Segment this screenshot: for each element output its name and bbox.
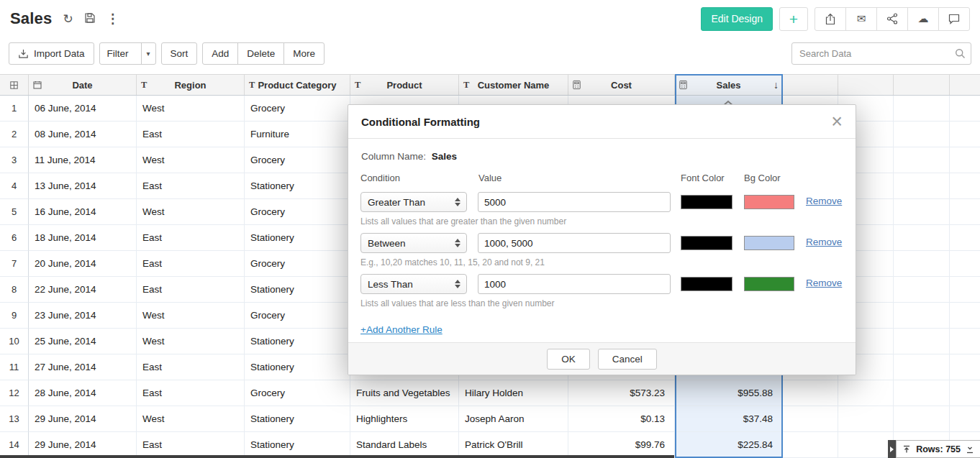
cell-region[interactable]: West (137, 406, 245, 432)
cell-category[interactable]: Stationery (245, 406, 350, 432)
cell-empty[interactable] (894, 380, 950, 406)
bottom-scroll-strip[interactable] (0, 455, 674, 458)
panel-expand-nub[interactable] (888, 440, 896, 458)
add-new-button[interactable]: + (779, 7, 808, 31)
cell-num[interactable]: 13 (0, 406, 29, 432)
scroll-to-top-icon[interactable] (902, 445, 911, 454)
cell-num[interactable]: 10 (0, 329, 29, 354)
cell-empty[interactable] (950, 329, 980, 354)
cell-empty[interactable] (783, 432, 838, 458)
cell-num[interactable]: 12 (0, 380, 29, 406)
cell-empty[interactable] (894, 251, 950, 277)
close-icon[interactable]: × (831, 114, 843, 129)
add-another-rule-link[interactable]: +Add Another Rule (360, 324, 443, 335)
column-header-region[interactable]: T Region (137, 75, 245, 95)
cell-num[interactable]: 9 (0, 303, 29, 329)
cell-empty[interactable] (894, 173, 950, 199)
cell-num[interactable]: 14 (0, 432, 29, 458)
cell-num[interactable]: 11 (0, 354, 29, 380)
cell-empty[interactable] (894, 147, 950, 173)
value-input[interactable] (478, 233, 671, 253)
cell-cost[interactable]: $99.76 (568, 432, 675, 458)
sort-desc-icon[interactable]: ↓ (773, 79, 779, 91)
cell-category[interactable]: Stationery (245, 277, 350, 303)
delete-button[interactable]: Delete (237, 42, 284, 65)
cell-empty[interactable] (950, 147, 980, 173)
cell-empty[interactable] (950, 173, 980, 199)
value-input[interactable] (478, 274, 671, 294)
cell-empty[interactable] (783, 406, 838, 432)
cell-empty[interactable] (838, 406, 894, 432)
cell-empty[interactable] (894, 96, 950, 122)
cell-region[interactable]: West (137, 199, 245, 225)
cell-region[interactable]: West (137, 329, 245, 354)
cell-region[interactable]: East (137, 225, 245, 251)
cell-date[interactable]: 06 June, 2014 (29, 96, 137, 122)
cell-date[interactable]: 27 June, 2014 (29, 354, 137, 380)
cell-date[interactable]: 29 June, 2014 (29, 432, 137, 458)
column-header-product-category[interactable]: T Product Category (245, 75, 350, 95)
cell-empty[interactable] (894, 354, 950, 380)
more-options-kebab-icon[interactable]: ⋮ (106, 12, 119, 25)
cell-region[interactable]: East (137, 354, 245, 380)
cell-customer[interactable]: Patrick O'Brill (459, 432, 568, 458)
bg-color-swatch[interactable] (744, 236, 794, 250)
cell-region[interactable]: West (137, 303, 245, 329)
cell-empty[interactable] (894, 199, 950, 225)
cell-category[interactable]: Furniture (245, 122, 350, 147)
cell-cost[interactable]: $0.13 (568, 406, 675, 432)
cell-product[interactable]: Standard Labels (350, 432, 459, 458)
cell-region[interactable]: East (137, 277, 245, 303)
cell-empty[interactable] (950, 303, 980, 329)
cell-category[interactable]: Grocery (245, 380, 350, 406)
cell-category[interactable]: Grocery (245, 96, 350, 122)
cell-category[interactable]: Grocery (245, 303, 350, 329)
edit-design-button[interactable]: Edit Design (701, 7, 773, 31)
condition-select[interactable]: Between (360, 233, 467, 253)
cell-num[interactable]: 8 (0, 277, 29, 303)
cell-date[interactable]: 28 June, 2014 (29, 380, 137, 406)
cell-category[interactable]: Stationery (245, 354, 350, 380)
cell-empty[interactable] (950, 251, 980, 277)
cell-category[interactable]: Stationery (245, 432, 350, 458)
bg-color-swatch[interactable] (744, 195, 794, 209)
select-all-header[interactable] (0, 75, 29, 95)
cell-empty[interactable] (894, 329, 950, 354)
remove-rule-link[interactable]: Remove (806, 237, 842, 247)
export-icon[interactable] (815, 7, 846, 31)
cell-date[interactable]: 20 June, 2014 (29, 251, 137, 277)
remove-rule-link[interactable]: Remove (806, 196, 842, 206)
cell-customer[interactable]: Hilary Holden (459, 380, 568, 406)
cell-date[interactable]: 08 June, 2014 (29, 122, 137, 147)
cell-empty[interactable] (950, 122, 980, 147)
cell-num[interactable]: 5 (0, 199, 29, 225)
cell-empty[interactable] (950, 199, 980, 225)
cell-empty[interactable] (950, 406, 980, 432)
column-header-empty[interactable] (783, 75, 838, 95)
search-input[interactable] (791, 42, 971, 65)
cell-sales[interactable]: $37.48 (675, 406, 783, 432)
sort-button[interactable]: Sort (161, 42, 198, 65)
import-data-button[interactable]: Import Data (9, 42, 94, 65)
cell-num[interactable]: 6 (0, 225, 29, 251)
cell-empty[interactable] (894, 406, 950, 432)
cell-num[interactable]: 4 (0, 173, 29, 199)
cell-empty[interactable] (894, 122, 950, 147)
cell-product[interactable]: Fruits and Vegetables (350, 380, 459, 406)
bg-color-swatch[interactable] (744, 277, 794, 291)
save-icon[interactable] (84, 12, 96, 26)
cell-num[interactable]: 7 (0, 251, 29, 277)
cell-date[interactable]: 29 June, 2014 (29, 406, 137, 432)
column-header-date[interactable]: Date (29, 75, 137, 95)
cell-region[interactable]: East (137, 122, 245, 147)
cell-category[interactable]: Grocery (245, 251, 350, 277)
cell-region[interactable]: East (137, 380, 245, 406)
cell-category[interactable]: Grocery (245, 147, 350, 173)
cell-empty[interactable] (894, 225, 950, 251)
cell-sales[interactable]: $225.84 (675, 432, 783, 458)
column-header-empty[interactable] (838, 75, 894, 95)
cloud-publish-icon[interactable]: ☁ (907, 7, 939, 31)
scroll-to-bottom-icon[interactable] (966, 445, 974, 454)
cell-num[interactable]: 3 (0, 147, 29, 173)
cell-num[interactable]: 2 (0, 122, 29, 147)
